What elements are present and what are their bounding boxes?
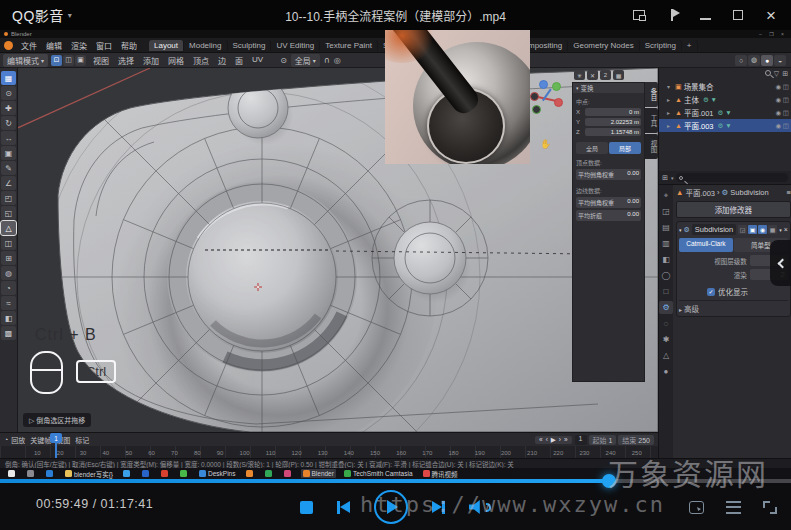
capture-icon[interactable] — [689, 501, 704, 514]
tool-icon[interactable]: ≈ — [1, 296, 16, 310]
timeline-menu-item[interactable]: 回放 — [11, 435, 25, 445]
expand-icon[interactable]: ▾ — [667, 83, 673, 90]
taskbar-item[interactable] — [159, 469, 172, 478]
app-logo[interactable]: QQ影音 ▾ — [12, 5, 72, 25]
playhead[interactable]: 1 — [50, 433, 62, 443]
workspace-tab[interactable]: Sculpting — [228, 40, 272, 51]
taskbar-item[interactable]: Blender — [301, 469, 336, 478]
tool-icon[interactable]: ↔ — [1, 131, 16, 145]
workspace-tab[interactable]: Modeling — [184, 40, 227, 51]
tool-icon[interactable]: ◱ — [1, 206, 16, 220]
edge-data-field[interactable]: 平均折痕0.00 — [576, 210, 641, 221]
taskbar-item[interactable]: DeskPins — [197, 469, 237, 478]
workspace-tab[interactable]: Texture Paint — [320, 40, 378, 51]
display-toggle-icon[interactable]: ▣ — [748, 225, 757, 234]
taskbar-item[interactable] — [263, 469, 276, 478]
select-mode-icon[interactable]: ◫ — [63, 55, 74, 66]
outliner-search-input[interactable] — [676, 173, 788, 182]
tool-icon[interactable]: ▦ — [1, 71, 16, 85]
viewport-menu-item[interactable]: 顶点 — [189, 54, 213, 67]
select-mode-icon[interactable]: ▣ — [75, 55, 86, 66]
viewport-nav-icon[interactable]: ▦ — [541, 177, 550, 187]
pin-button[interactable] — [664, 7, 680, 23]
playback-button[interactable]: › — [559, 436, 561, 444]
current-frame-field[interactable]: 1 — [575, 435, 587, 445]
axis-x-neg[interactable] — [530, 92, 539, 101]
menu-item[interactable]: 文件 — [17, 39, 41, 52]
playlist-toggle[interactable] — [770, 240, 791, 286]
tool-icon[interactable]: ▩ — [1, 326, 16, 340]
taskbar-item[interactable] — [178, 469, 191, 478]
shading-mode-icon[interactable]: ◒ — [774, 55, 786, 66]
axis-value-field[interactable]: 1.15748 m — [585, 128, 641, 136]
outliner-row[interactable]: ▸ ▲ 平面.003 ⚙ ▼ ◉ ◫ — [659, 119, 791, 132]
overlay-toggle-icon[interactable]: ✕ — [587, 70, 598, 80]
tool-icon[interactable]: ◰ — [1, 191, 16, 205]
next-button[interactable] — [432, 501, 445, 514]
expand-icon[interactable]: ▸ — [667, 109, 673, 116]
algorithm-button[interactable]: Catmull-Clark — [679, 238, 733, 252]
workspace-tab[interactable]: Layout — [149, 40, 184, 51]
display-toggle-icon[interactable]: ▦ — [768, 225, 777, 234]
viewport-menu-item[interactable]: 边 — [214, 54, 230, 67]
taskbar-item[interactable] — [282, 469, 295, 478]
taskbar-item[interactable] — [6, 469, 19, 478]
mini-mode-button[interactable] — [631, 7, 647, 23]
taskbar-item[interactable] — [44, 469, 57, 478]
properties-tab-icon[interactable]: ◲ — [659, 205, 673, 218]
volume-button[interactable] — [469, 500, 491, 514]
viewport-menu-item[interactable]: 视图 — [89, 54, 113, 67]
axis-y-pos[interactable] — [552, 82, 561, 91]
tool-icon[interactable]: ◧ — [1, 311, 16, 325]
taskbar-item[interactable]: 腾讯视频 — [421, 469, 460, 478]
fullscreen-icon[interactable] — [763, 501, 777, 514]
proportional-edit-icon[interactable]: ◎ — [334, 56, 341, 65]
axis-value-field[interactable]: 2.02253 m — [585, 118, 641, 126]
playback-button[interactable]: » — [564, 436, 568, 444]
overlay-toggle-icon[interactable]: ▦ — [613, 70, 624, 80]
menu-icon[interactable]: ≡ — [786, 188, 790, 197]
timeline-menu-item[interactable]: 关键帧 — [30, 435, 51, 445]
visibility-icons[interactable]: ◉ ◫ — [775, 83, 789, 91]
outliner-row[interactable]: ▸ ▲ 主体 ⚙ ▼ ◉ ◫ — [659, 93, 791, 106]
menu-item[interactable]: 窗口 — [92, 39, 116, 52]
select-mode-icon[interactable]: ⊡ — [51, 55, 62, 66]
modifier-header[interactable]: ▾ ⚙ Subdivision ◲▣◉▦ ▾ × — [679, 224, 788, 235]
tool-icon[interactable]: ⊞ — [1, 251, 16, 265]
workspace-tab[interactable]: UV Editing — [271, 40, 320, 51]
viewport-menu-item[interactable]: 添加 — [139, 54, 163, 67]
shading-mode-icon[interactable]: ● — [761, 55, 773, 66]
breadcrumb-object[interactable]: 平面.003 — [685, 187, 715, 198]
chevron-down-icon[interactable]: ▾ — [68, 11, 73, 20]
shading-mode-icon[interactable]: ○ — [735, 55, 747, 66]
frame-end-field[interactable]: 结束 250 — [618, 435, 654, 445]
n-panel-tab[interactable]: 视图 — [645, 134, 658, 159]
edge-data-field[interactable]: 平均倒角权重0.00 — [576, 197, 641, 208]
display-toggle-icon[interactable]: ◉ — [758, 225, 767, 234]
properties-tab-icon[interactable]: ◯ — [659, 269, 673, 282]
properties-tab-icon[interactable]: △ — [659, 349, 673, 362]
playback-button[interactable]: ‹ — [546, 436, 548, 444]
axis-value-field[interactable]: 0 m — [585, 108, 641, 116]
visibility-icons[interactable]: ◉ ◫ — [775, 109, 789, 117]
properties-tab-icon[interactable]: ◌ — [659, 317, 673, 330]
overlay-toggle-icon[interactable]: 2 — [600, 70, 611, 80]
display-toggle-icon[interactable]: ◲ — [738, 225, 747, 234]
mean-bevel-field[interactable]: 平均倒角权重0.00 — [576, 169, 641, 180]
filter-icon[interactable]: ▽ — [774, 70, 779, 78]
orientation-selector[interactable]: 全局 ▾ — [291, 54, 320, 67]
n-panel-tab[interactable]: 条目 — [645, 82, 658, 107]
transform-panel-header[interactable]: ▾ 变换 — [573, 83, 644, 93]
viewport-menu-item[interactable]: UV — [248, 54, 267, 67]
workspace-tab[interactable]: Geometry Nodes — [568, 40, 639, 51]
properties-tab-icon[interactable]: ◧ — [659, 253, 673, 266]
properties-tab-icon[interactable]: ⚙ — [659, 301, 673, 314]
optimal-display-checkbox[interactable]: ✓ 优化显示 — [707, 286, 788, 297]
axis-y-neg[interactable] — [532, 105, 541, 114]
tool-icon[interactable]: ◔ — [1, 281, 16, 295]
maximize-button[interactable] — [730, 7, 746, 23]
tool-icon[interactable]: ◫ — [1, 236, 16, 250]
taskbar-item[interactable] — [244, 469, 257, 478]
playback-button[interactable]: « — [539, 436, 543, 444]
taskbar-item[interactable] — [140, 469, 153, 478]
